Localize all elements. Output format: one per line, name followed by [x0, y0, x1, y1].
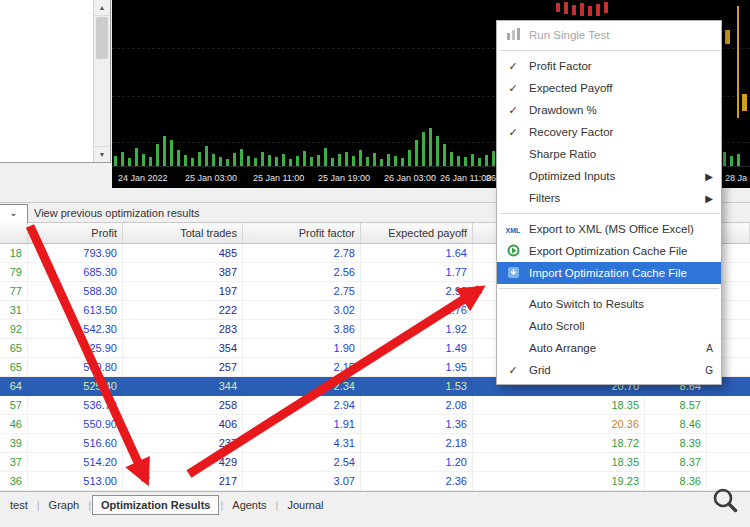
table-cell: 65	[0, 339, 28, 357]
menu-item-expected-payoff[interactable]: ✓Expected Payoff	[497, 77, 721, 99]
checkmark-icon: ✓	[497, 82, 529, 95]
table-cell: 613.50	[28, 301, 123, 319]
table-cell: 1.77	[361, 263, 473, 281]
menu-item-label: Sharpe Ratio	[529, 148, 713, 160]
table-cell: 222	[123, 301, 243, 319]
table-cell: 1.91	[243, 415, 361, 433]
menu-item-label: Expected Payoff	[529, 82, 713, 94]
menu-item-label: Import Optimization Cache File	[529, 267, 713, 279]
table-cell: 3.86	[243, 320, 361, 338]
table-row[interactable]: 36513.002173.072.3619.238.36	[0, 472, 750, 491]
table-cell: 2.76	[361, 301, 473, 319]
table-cell	[707, 415, 750, 433]
volume-bar	[212, 154, 215, 166]
menu-item-auto-arrange[interactable]: Auto ArrangeA	[497, 337, 721, 359]
table-row[interactable]: 46550.904061.911.3620.368.46	[0, 415, 750, 434]
table-cell: 8.36	[645, 472, 707, 490]
table-cell: 237	[123, 434, 243, 452]
bottom-tab-bar: test|Graph|Optimization Results|Agents|J…	[0, 491, 750, 527]
volume-bar	[142, 154, 145, 166]
menu-item-auto-scroll[interactable]: Auto Scroll	[497, 315, 721, 337]
volume-bar	[457, 156, 460, 166]
candle	[742, 94, 747, 111]
volume-bar	[303, 151, 306, 166]
menu-item-label: Run Single Test	[529, 29, 713, 41]
table-cell: 2.18	[361, 434, 473, 452]
candle	[596, 4, 600, 16]
tab-graph[interactable]: Graph	[41, 496, 88, 514]
candle	[588, 6, 592, 16]
menu-item-export-to-xml-ms-office-excel[interactable]: XMLExport to XML (MS Office Excel)	[497, 218, 721, 240]
volume-bar	[380, 159, 383, 166]
volume-bar	[163, 136, 166, 166]
previous-results-dropdown[interactable]: View previous optimization results	[34, 203, 199, 223]
table-cell: 65	[0, 358, 28, 376]
table-cell: 1.49	[361, 339, 473, 357]
panel-scrollbar[interactable]: ▲ ▼	[93, 0, 110, 162]
menu-item-auto-switch-to-results[interactable]: Auto Switch to Results	[497, 293, 721, 315]
volume-bar	[737, 154, 740, 166]
candle	[564, 2, 568, 14]
candle	[556, 3, 560, 12]
volume-bar	[331, 158, 334, 166]
scroll-down-icon[interactable]: ▼	[94, 146, 110, 162]
volume-bar	[401, 158, 404, 166]
menu-item-optimized-inputs[interactable]: Optimized Inputs▶	[497, 165, 721, 187]
scroll-thumb[interactable]	[96, 17, 108, 59]
tab-separator: |	[276, 499, 279, 511]
menu-item-import-optimization-cache-file[interactable]: Import Optimization Cache File	[497, 262, 721, 284]
menu-item-label: Profit Factor	[529, 60, 713, 72]
table-cell: 2.78	[243, 244, 361, 262]
results-combo-button[interactable]: ⌄	[0, 204, 28, 224]
table-row[interactable]: 39516.602374.312.1818.728.39	[0, 434, 750, 453]
column-header-pass[interactable]	[0, 223, 28, 243]
tab-optimization-results[interactable]: Optimization Results	[92, 495, 219, 515]
volume-bar	[205, 146, 208, 166]
menu-item-grid[interactable]: ✓GridG	[497, 359, 721, 381]
column-header-profit-factor[interactable]: Profit factor	[243, 223, 361, 243]
column-header-profit[interactable]: Profit	[28, 223, 123, 243]
table-cell: 46	[0, 415, 28, 433]
volume-bar	[170, 140, 173, 166]
table-cell: 588.30	[28, 282, 123, 300]
column-header-expected-payoff[interactable]: Expected payoff	[361, 223, 473, 243]
table-row[interactable]: 57536.702582.942.0818.358.57	[0, 396, 750, 415]
xml-icon: XML	[497, 223, 529, 235]
menu-item-profit-factor[interactable]: ✓Profit Factor	[497, 55, 721, 77]
menu-separator	[499, 50, 719, 51]
zoom-icon[interactable]	[710, 485, 740, 515]
volume-bar	[135, 148, 138, 166]
table-cell: 2.08	[361, 396, 473, 414]
table-cell: 8.57	[645, 396, 707, 414]
table-row[interactable]: 37514.204292.541.2018.358.37	[0, 453, 750, 472]
table-cell: 406	[123, 415, 243, 433]
tab-separator: |	[37, 499, 40, 511]
tab-agents[interactable]: Agents	[224, 496, 274, 514]
tab-journal[interactable]: Journal	[279, 496, 331, 514]
scroll-up-icon[interactable]: ▲	[94, 0, 110, 16]
volume-bar	[282, 154, 285, 166]
table-cell: 536.70	[28, 396, 123, 414]
menu-item-sharpe-ratio[interactable]: Sharpe Ratio	[497, 143, 721, 165]
import-cache-icon	[497, 266, 529, 281]
menu-item-export-optimization-cache-file[interactable]: Export Optimization Cache File	[497, 240, 721, 262]
menu-item-filters[interactable]: Filters▶	[497, 187, 721, 209]
table-cell: 793.90	[28, 244, 123, 262]
candle	[604, 2, 608, 13]
tab-test[interactable]: test	[2, 496, 36, 514]
menu-item-drawdown[interactable]: ✓Drawdown %	[497, 99, 721, 121]
volume-bar	[233, 153, 236, 166]
context-menu: Run Single Test✓Profit Factor✓Expected P…	[496, 20, 722, 385]
checkmark-icon: ✓	[497, 364, 529, 377]
menu-item-label: Filters	[529, 192, 695, 204]
submenu-arrow-icon: ▶	[695, 193, 713, 204]
table-cell: 1.92	[361, 320, 473, 338]
column-header-total-trades[interactable]: Total trades	[123, 223, 243, 243]
table-cell: 354	[123, 339, 243, 357]
table-cell: 8.46	[645, 415, 707, 433]
menu-item-run-single-test[interactable]: Run Single Test	[497, 24, 721, 46]
menu-item-recovery-factor[interactable]: ✓Recovery Factor	[497, 121, 721, 143]
table-cell: 79	[0, 263, 28, 281]
volume-bar	[191, 158, 194, 166]
volume-bar	[247, 156, 250, 166]
